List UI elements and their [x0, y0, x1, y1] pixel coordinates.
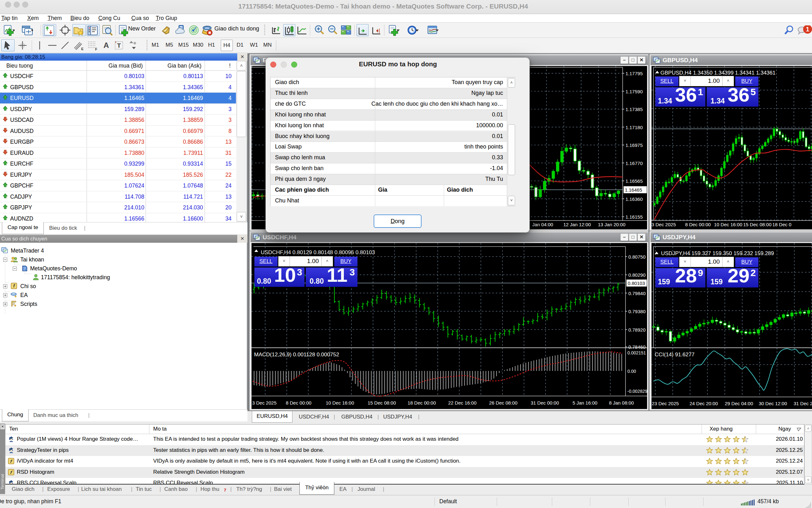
svg-text:1.17180: 1.17180	[626, 125, 643, 130]
svg-text:1.17590: 1.17590	[626, 89, 643, 94]
svg-text:5 Jan 16:00: 5 Jan 16:00	[573, 400, 597, 406]
svg-text:26 Dec 08:00: 26 Dec 08:00	[489, 400, 517, 406]
svg-text:10 Dec 16:00: 10 Dec 16:00	[714, 222, 742, 227]
svg-text:0.79380: 0.79380	[628, 309, 645, 314]
svg-text:0.79840: 0.79840	[628, 291, 645, 296]
svg-text:30 Dec 12:00: 30 Dec 12:00	[759, 401, 787, 406]
svg-text:18 Dec 0: 18 Dec 0	[772, 222, 792, 227]
svg-text:MACD(12,26,9) 0.001128 0.00075: MACD(12,26,9) 0.001128 0.000752	[254, 351, 339, 357]
svg-text:1.16770: 1.16770	[626, 161, 643, 166]
svg-text:10 Dec 16:00: 10 Dec 16:00	[326, 400, 354, 406]
svg-text:0.78920: 0.78920	[628, 327, 645, 333]
svg-text:0.002151: 0.002151	[627, 350, 646, 355]
svg-text:0.80750: 0.80750	[628, 254, 645, 260]
svg-text:1.17385: 1.17385	[626, 107, 643, 112]
svg-text:USDJPY,H4 159.327 159.350 159: USDJPY,H4 159.327 159.350 159.232 159.28…	[661, 250, 774, 256]
svg-text:USDCHF,H4 0.80129 0.80148 0.8: USDCHF,H4 0.80129 0.80148 0.80096 0.8010…	[261, 249, 375, 255]
svg-text:-0.002829: -0.002829	[627, 389, 647, 394]
svg-text:24 Dec 20:00: 24 Dec 20:00	[689, 401, 718, 406]
svg-text:29 Dec 04:00: 29 Dec 04:00	[725, 401, 753, 406]
svg-text:1: 1	[806, 26, 809, 33]
svg-text:F: F	[95, 47, 97, 51]
svg-text:1.16465: 1.16465	[625, 187, 642, 193]
svg-text:0.78460: 0.78460	[628, 344, 645, 350]
svg-text:3 Dec 2025: 3 Dec 2025	[252, 400, 277, 406]
svg-text:23 Dec 2025: 23 Dec 2025	[652, 401, 679, 406]
svg-text:15 Dec 08:00: 15 Dec 08:00	[368, 400, 396, 406]
svg-text:8 Jan 08:00: 8 Jan 08:00	[609, 400, 634, 406]
svg-text:8 Dec 00:00: 8 Dec 00:00	[685, 222, 711, 227]
svg-text:1.16565: 1.16565	[626, 178, 643, 184]
svg-text:1.16975: 1.16975	[626, 142, 643, 148]
svg-text:1.16155: 1.16155	[626, 214, 643, 220]
svg-text:31 Dec 00:00: 31 Dec 00:00	[531, 400, 559, 406]
svg-text:E: E	[81, 47, 83, 51]
svg-text:18 Dec 00:00: 18 Dec 00:00	[408, 400, 436, 406]
svg-text:0.80103: 0.80103	[628, 281, 645, 286]
svg-text:1.16360: 1.16360	[626, 197, 643, 202]
svg-text:8 Dec 00:00: 8 Dec 00:00	[286, 400, 312, 406]
svg-text:12 Jan 12:00: 12 Jan 12:00	[563, 222, 591, 227]
svg-text:15 Dec 08:00: 15 Dec 08:00	[743, 222, 771, 227]
svg-text:T: T	[117, 42, 121, 49]
svg-text:Jan 04:00: Jan 04:00	[532, 222, 553, 227]
svg-text:31 Dec 2: 31 Dec 2	[794, 401, 812, 406]
svg-text:CCI(14) 91.6277: CCI(14) 91.6277	[655, 351, 695, 357]
svg-text:A: A	[103, 41, 109, 49]
svg-text:0.80290: 0.80290	[628, 272, 645, 278]
svg-text:1.17795: 1.17795	[626, 71, 643, 76]
svg-text:3 Dec 2025: 3 Dec 2025	[651, 222, 676, 227]
svg-text:22 Dec 16:00: 22 Dec 16:00	[448, 400, 477, 406]
svg-text:13 Jan 20:00: 13 Jan 20:00	[598, 222, 626, 227]
svg-text:GBPUSD,H4 1.34350 1.34399 1.3: GBPUSD,H4 1.34350 1.34399 1.34341 1.3436…	[661, 70, 775, 76]
svg-text:0.00: 0.00	[627, 369, 636, 374]
